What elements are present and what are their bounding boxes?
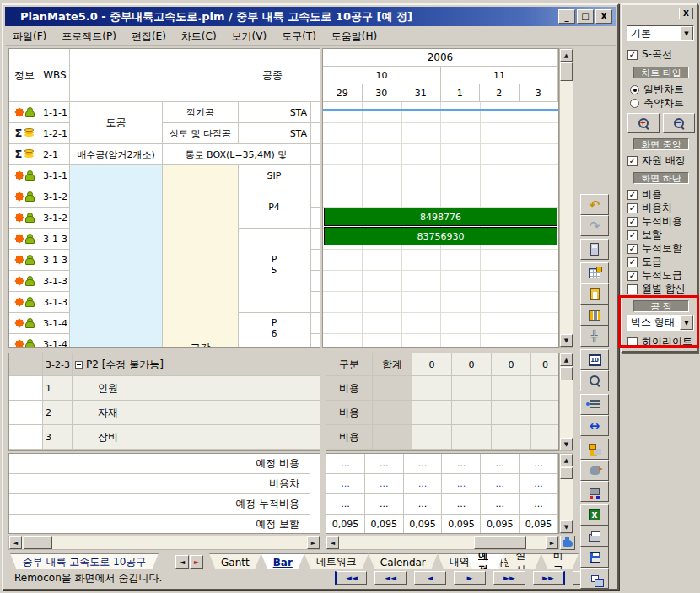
row-icons[interactable]: [9, 208, 40, 229]
clipboard-button[interactable]: [580, 283, 609, 305]
cum-dogeup-checkbox[interactable]: ✓누적도급: [627, 268, 682, 283]
scroll-up-icon[interactable]: ▲: [560, 49, 573, 62]
s-curve-checkbox[interactable]: ✓ S-곡선: [627, 47, 672, 62]
menu-view[interactable]: 보기(V): [224, 28, 275, 46]
plan-value[interactable]: ...: [520, 474, 558, 494]
work-cell-drain[interactable]: 배수공(암거2개소): [70, 144, 163, 165]
wbs-cell[interactable]: 1-2-1: [40, 123, 70, 144]
plan-value[interactable]: ...: [481, 454, 520, 474]
resource-no[interactable]: 2: [43, 401, 73, 425]
menu-project[interactable]: 프로젝트(P): [54, 28, 124, 46]
cost-cells[interactable]: [412, 376, 559, 401]
save-button[interactable]: [580, 547, 609, 568]
cost-checkbox[interactable]: ✓비용: [627, 187, 662, 202]
work-cell-pier-group[interactable]: 교각: [163, 165, 239, 348]
plan-value[interactable]: ...: [442, 494, 481, 515]
collapse-icon[interactable]: [75, 361, 83, 369]
plan-value[interactable]: ...: [365, 474, 404, 494]
scroll-down-icon[interactable]: ▼: [560, 520, 573, 533]
row-icons[interactable]: [9, 186, 40, 208]
tab-calendar[interactable]: Calendar: [369, 553, 438, 570]
print-button[interactable]: [580, 526, 609, 547]
cost-vscrollbar[interactable]: ▲ ▼: [559, 353, 573, 451]
scroll-right-icon[interactable]: ►: [307, 536, 320, 549]
row-icons[interactable]: [9, 229, 40, 250]
scroll-down-icon[interactable]: ▼: [560, 334, 573, 347]
wbs-cell[interactable]: 3-1-1: [40, 165, 70, 186]
nav-fast-back-button[interactable]: ◄◄: [374, 571, 407, 585]
row-icons[interactable]: [9, 271, 40, 292]
preset-dropdown[interactable]: 기본 ▼: [627, 25, 694, 41]
plan-value[interactable]: ...: [365, 494, 404, 515]
plan-value[interactable]: 0,095: [365, 515, 404, 534]
plan-value[interactable]: ...: [520, 454, 558, 474]
excel-export-button[interactable]: X: [580, 504, 609, 526]
close-button[interactable]: X: [595, 9, 612, 24]
cum-cost-checkbox[interactable]: ✓누적비용: [627, 214, 682, 229]
scroll-up-icon[interactable]: ▲: [560, 353, 573, 366]
menu-edit[interactable]: 편집(E): [124, 28, 174, 46]
plan-value[interactable]: ...: [326, 494, 365, 515]
edit-table-button[interactable]: [580, 262, 609, 283]
machine-button[interactable]: [580, 481, 609, 502]
tab-actual[interactable]: 실 시: [503, 553, 541, 570]
nav-last-button[interactable]: ►►: [533, 571, 565, 585]
tab-bar-view[interactable]: Bar: [261, 553, 304, 570]
work-cell-box[interactable]: 통로 BOX(L=35,4M) 및: [163, 144, 310, 165]
wbs-cell[interactable]: 3-1-4: [40, 313, 70, 334]
scroll-up-icon[interactable]: ▲: [560, 454, 573, 466]
chart-vscrollbar[interactable]: ▲ ▼: [559, 48, 573, 348]
monthly-sum-checkbox[interactable]: 월별 합산: [627, 282, 686, 296]
scroll-thumb[interactable]: [24, 536, 52, 549]
compact-chart-radio[interactable]: 축약차트: [630, 96, 684, 111]
cost-total-cell[interactable]: [373, 425, 412, 450]
plan-value[interactable]: ...: [442, 474, 481, 494]
plan-vscrollbar[interactable]: ▲ ▼: [559, 453, 573, 534]
nav-forward-button[interactable]: ►: [454, 571, 486, 585]
resource-name[interactable]: 장비: [73, 425, 320, 450]
plan-value[interactable]: ...: [404, 474, 443, 494]
plan-value[interactable]: ...: [404, 494, 443, 515]
resource-columns-button[interactable]: [580, 305, 609, 326]
menu-help[interactable]: 도움말(H): [324, 28, 385, 46]
minimize-button[interactable]: _: [558, 9, 575, 24]
plan-value[interactable]: 0,095: [520, 515, 558, 534]
resource-name[interactable]: 자재: [73, 401, 320, 425]
work-cell-cutting[interactable]: 깍기공: [163, 102, 239, 123]
remocon-toggle-button[interactable]: [560, 536, 575, 550]
undo-button[interactable]: ↶: [580, 194, 609, 215]
work-cell-sip[interactable]: SIP: [239, 165, 310, 186]
org-chart-button[interactable]: [580, 439, 609, 460]
work-cell-sta[interactable]: STA: [239, 102, 310, 123]
tab-scroll-left-button[interactable]: ◄: [175, 555, 189, 569]
cost-diff-checkbox[interactable]: ✓비용차: [627, 201, 672, 215]
work-cell-p5[interactable]: P5: [239, 229, 310, 313]
plan-value[interactable]: 0,095: [481, 515, 520, 534]
network-button[interactable]: ╬: [580, 326, 609, 347]
resource-assign-checkbox[interactable]: ✓ 자원 배정: [627, 154, 686, 168]
work-cell-fill[interactable]: 성토 및 다짐공: [163, 123, 239, 144]
wbs-cell[interactable]: 3-1-4: [40, 334, 70, 348]
general-chart-radio[interactable]: 일반차트: [630, 83, 684, 97]
scroll-left-icon[interactable]: ◄: [9, 536, 22, 549]
work-cell-p4[interactable]: P4: [239, 186, 310, 229]
scroll-thumb[interactable]: [474, 536, 526, 549]
plan-value[interactable]: ...: [365, 454, 404, 474]
redo-button[interactable]: ↷: [580, 215, 609, 236]
wbs-cell[interactable]: 3-1-3: [40, 271, 70, 292]
resource-row-select[interactable]: [9, 401, 43, 425]
zoom-button[interactable]: [580, 370, 609, 391]
left-hscrollbar[interactable]: ◄ ►: [8, 536, 320, 550]
scroll-right-icon[interactable]: ►: [546, 536, 558, 549]
tab-compare[interactable]: 비 교: [541, 553, 579, 570]
work-cell-earthwork[interactable]: 토공: [70, 102, 163, 144]
menu-tools[interactable]: 도구(T): [274, 28, 324, 46]
wbs-cell[interactable]: 2-1: [40, 144, 70, 165]
plan-value[interactable]: ...: [326, 474, 365, 494]
calendar-button[interactable]: 10: [580, 349, 609, 370]
wbs-cell[interactable]: 3-1-3: [40, 292, 70, 313]
row-icons[interactable]: Σ: [9, 123, 40, 144]
cost-total-cell[interactable]: [373, 376, 412, 401]
right-hscrollbar[interactable]: ◄ ►: [326, 536, 559, 550]
nav-back-button[interactable]: ◄: [414, 571, 446, 585]
